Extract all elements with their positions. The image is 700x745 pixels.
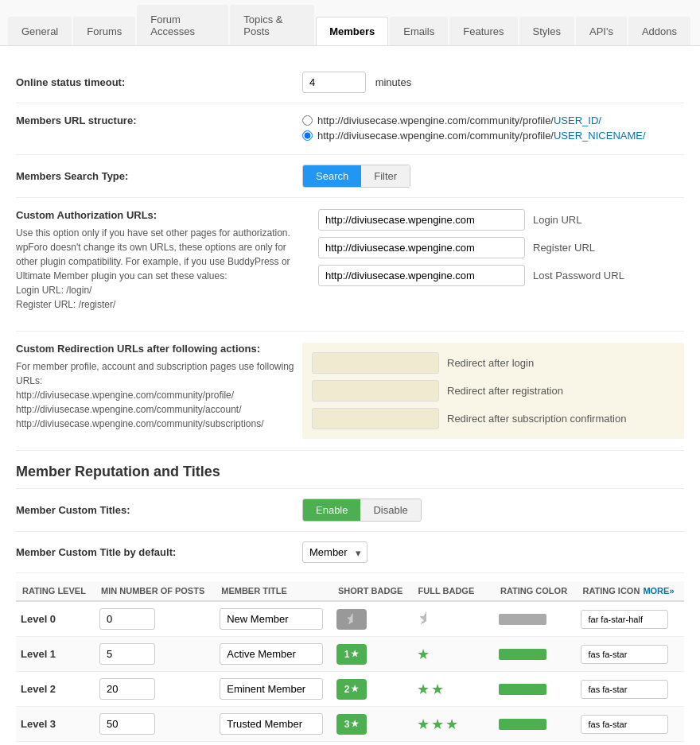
full-badge-cell: ★★ [412,672,494,707]
tab-members[interactable]: Members [316,17,388,45]
filter-button[interactable]: Filter [361,165,410,187]
tab-forum-accesses[interactable]: Forum Accesses [137,5,228,45]
min-posts-input[interactable] [99,643,155,665]
min-posts-cell [95,601,215,637]
url-radio-2[interactable] [302,130,313,141]
full-badge-cell: ★ [412,637,494,672]
title-input[interactable] [220,678,323,700]
title-input[interactable] [220,713,323,735]
reputation-heading: Member Reputation and Titles [16,451,684,489]
url-radio-1[interactable] [302,115,313,126]
register-url-input[interactable] [318,237,525,258]
icon-cell [576,637,684,672]
tab-apis[interactable]: API's [576,17,627,45]
min-posts-cell [95,637,215,672]
user-id-link[interactable]: USER_ID/ [554,114,601,126]
lost-password-url-input[interactable] [318,265,525,286]
tab-addons[interactable]: Addons [628,17,690,45]
full-badge-cell: ⯨ [412,601,494,637]
th-full-badge: FULL BADGE [412,581,494,601]
min-posts-input[interactable] [99,713,155,735]
tab-styles[interactable]: Styles [519,17,574,45]
short-badge-cell: 4★ [332,742,412,746]
title-cell [215,707,332,742]
search-type-control: Search Filter [302,165,684,188]
tab-forums[interactable]: Forums [73,17,135,45]
min-posts-cell [95,707,215,742]
rating-color-cell [494,707,577,742]
redirect-section: Custom Redirection URLs after following … [16,332,684,451]
tab-topics-posts[interactable]: Topics & Posts [230,5,314,45]
redirect-right: Redirect after login Redirect after regi… [302,343,684,439]
disable-button[interactable]: Disable [360,499,420,521]
online-status-row: Online status timeout: minutes [16,62,684,103]
lost-password-url-label: Lost Password URL [533,270,624,281]
search-type-row: Members Search Type: Search Filter [16,155,684,198]
icon-input[interactable] [581,680,668,699]
short-badge-cell: 3★ [332,707,412,742]
redirect-subscription-input[interactable] [312,408,439,429]
online-status-label: Online status timeout: [16,76,302,88]
custom-auth-urls: Login URL Register URL Lost Password URL [318,209,684,320]
title-cell [215,742,332,746]
icon-cell [576,672,684,707]
table-row: Level 3 3★ ★★★ [16,707,684,742]
search-button[interactable]: Search [303,165,361,187]
icon-cell [576,742,684,746]
login-url-input[interactable] [318,209,525,231]
redirect-login-input[interactable] [312,352,439,374]
url-option2-text: http://diviusecase.wpengine.com/communit… [317,130,646,142]
title-cell [215,672,332,707]
title-input[interactable] [220,643,323,665]
more-link[interactable]: MORE» [643,586,674,596]
redirect-login-label: Redirect after login [447,357,534,369]
default-title-select-wrapper: Member [302,541,368,563]
rating-color-cell [494,601,577,637]
custom-titles-toggle: Enable Disable [302,499,422,522]
custom-titles-label: Member Custom Titles: [16,504,302,516]
redirect-title: Custom Redirection URLs after following … [16,343,302,355]
url-option2[interactable]: http://diviusecase.wpengine.com/communit… [302,130,684,142]
tab-features[interactable]: Features [449,17,517,45]
redirect-login-row: Redirect after login [312,352,675,374]
table-row: Level 4 4★ ★★★★ [16,742,684,746]
enable-button[interactable]: Enable [303,499,360,521]
short-badge: ⯨ [336,609,367,630]
short-badge: 2★ [336,679,367,700]
login-url-label: Login URL [533,214,581,226]
short-badge-cell: ⯨ [332,601,412,637]
search-toggle-group: Search Filter [302,165,410,188]
online-status-input[interactable] [302,72,366,93]
reputation-table: RATING LEVEL MIN NUMBER OF POSTS MEMBER … [16,581,684,745]
default-title-control: Member [302,541,684,563]
register-url-label: Register URL [533,242,595,254]
tab-general[interactable]: General [8,17,72,45]
th-rating-icon: RATING ICON MORE» [576,581,684,601]
min-posts-input[interactable] [99,608,155,630]
color-bar [499,719,546,730]
level-cell: Level 2 [16,672,95,707]
icon-input[interactable] [581,715,668,734]
online-status-control: minutes [302,72,684,93]
tab-emails[interactable]: Emails [390,17,448,45]
icon-input[interactable] [581,610,668,629]
members-url-row: Members URL structure: http://diviusecas… [16,103,684,155]
redirect-registration-row: Redirect after registration [312,380,675,402]
redirect-registration-input[interactable] [312,380,439,402]
min-posts-input[interactable] [99,678,155,700]
url-option1[interactable]: http://diviusecase.wpengine.com/communit… [302,114,684,126]
rating-color-cell [494,637,577,672]
default-title-select[interactable]: Member [302,541,368,563]
title-cell [215,637,332,672]
user-nicename-link[interactable]: USER_NICENAME/ [554,130,646,142]
redirect-registration-label: Redirect after registration [447,385,563,397]
short-badge: 3★ [336,714,367,735]
table-row: Level 1 1★ ★ [16,637,684,672]
icon-input[interactable] [581,645,668,664]
redirect-subscription-row: Redirect after subscription confirmation [312,408,675,429]
icon-cell [576,601,684,637]
minutes-label: minutes [375,76,412,88]
table-row: Level 0 ⯨ ⯨ [16,601,684,637]
title-input[interactable] [220,608,323,630]
custom-titles-control: Enable Disable [302,499,684,522]
